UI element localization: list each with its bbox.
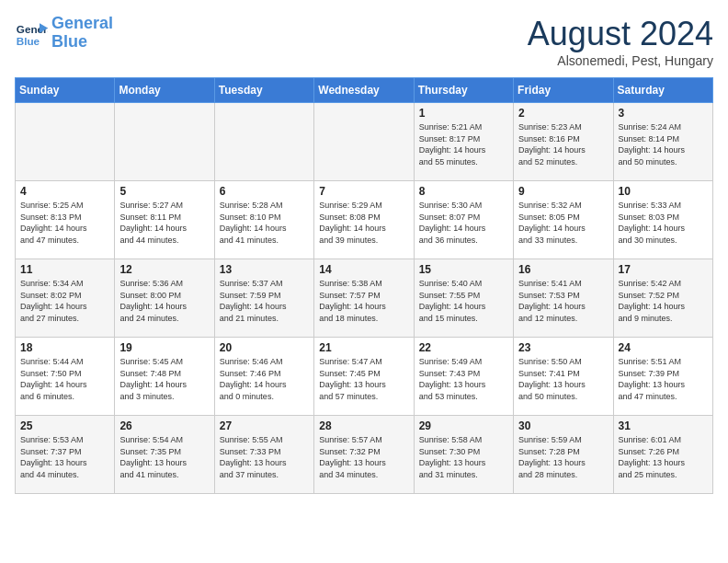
day-number: 4 — [20, 185, 109, 198]
day-info: Sunrise: 5:59 AM Sunset: 7:28 PM Dayligh… — [518, 434, 608, 480]
calendar-cell — [115, 103, 214, 181]
day-info: Sunrise: 5:45 AM Sunset: 7:48 PM Dayligh… — [119, 356, 209, 402]
calendar-cell: 30Sunrise: 5:59 AM Sunset: 7:28 PM Dayli… — [514, 416, 613, 494]
day-number: 27 — [220, 419, 309, 432]
day-number: 18 — [20, 341, 109, 354]
day-number: 12 — [119, 263, 209, 276]
calendar-cell: 21Sunrise: 5:47 AM Sunset: 7:45 PM Dayli… — [314, 338, 414, 416]
logo-text-line1: General — [51, 15, 113, 33]
month-title: August 2024 — [528, 15, 713, 53]
weekday-header-tuesday: Tuesday — [214, 78, 313, 103]
calendar-cell: 12Sunrise: 5:36 AM Sunset: 8:00 PM Dayli… — [115, 259, 214, 338]
calendar-cell: 31Sunrise: 6:01 AM Sunset: 7:26 PM Dayli… — [613, 416, 712, 494]
weekday-header-row: SundayMondayTuesdayWednesdayThursdayFrid… — [16, 78, 713, 103]
day-info: Sunrise: 5:50 AM Sunset: 7:41 PM Dayligh… — [518, 356, 608, 402]
calendar-cell: 23Sunrise: 5:50 AM Sunset: 7:41 PM Dayli… — [514, 338, 613, 416]
weekday-header-wednesday: Wednesday — [314, 78, 414, 103]
day-number: 5 — [119, 185, 209, 198]
day-info: Sunrise: 5:32 AM Sunset: 8:05 PM Dayligh… — [518, 200, 608, 246]
day-info: Sunrise: 5:53 AM Sunset: 7:37 PM Dayligh… — [20, 434, 109, 480]
day-info: Sunrise: 5:28 AM Sunset: 8:10 PM Dayligh… — [220, 200, 309, 246]
day-number: 7 — [319, 185, 408, 198]
day-number: 28 — [319, 419, 408, 432]
calendar-cell: 2Sunrise: 5:23 AM Sunset: 8:16 PM Daylig… — [514, 103, 613, 181]
logo: General Blue General Blue — [15, 15, 113, 52]
day-number: 20 — [220, 341, 309, 354]
day-number: 6 — [220, 185, 309, 198]
day-number: 10 — [619, 185, 708, 198]
day-number: 22 — [419, 341, 508, 354]
day-number: 9 — [518, 185, 608, 198]
day-info: Sunrise: 5:55 AM Sunset: 7:33 PM Dayligh… — [220, 434, 309, 480]
calendar-cell — [214, 103, 313, 181]
day-info: Sunrise: 5:40 AM Sunset: 7:55 PM Dayligh… — [419, 278, 508, 324]
title-block: August 2024 Alsonemedi, Pest, Hungary — [528, 15, 713, 68]
day-info: Sunrise: 5:25 AM Sunset: 8:13 PM Dayligh… — [20, 200, 109, 246]
day-info: Sunrise: 5:38 AM Sunset: 7:57 PM Dayligh… — [319, 278, 408, 324]
calendar-cell: 15Sunrise: 5:40 AM Sunset: 7:55 PM Dayli… — [414, 259, 513, 338]
day-info: Sunrise: 5:27 AM Sunset: 8:11 PM Dayligh… — [119, 200, 209, 246]
weekday-header-thursday: Thursday — [414, 78, 513, 103]
calendar-cell: 27Sunrise: 5:55 AM Sunset: 7:33 PM Dayli… — [214, 416, 313, 494]
calendar-cell: 17Sunrise: 5:42 AM Sunset: 7:52 PM Dayli… — [613, 259, 712, 338]
weekday-header-sunday: Sunday — [16, 78, 115, 103]
calendar-cell: 4Sunrise: 5:25 AM Sunset: 8:13 PM Daylig… — [16, 181, 115, 259]
day-info: Sunrise: 5:41 AM Sunset: 7:53 PM Dayligh… — [518, 278, 608, 324]
calendar-cell: 22Sunrise: 5:49 AM Sunset: 7:43 PM Dayli… — [414, 338, 513, 416]
day-number: 26 — [119, 419, 209, 432]
logo-text-line2: Blue — [51, 33, 113, 52]
calendar-cell: 10Sunrise: 5:33 AM Sunset: 8:03 PM Dayli… — [613, 181, 712, 259]
calendar-cell: 9Sunrise: 5:32 AM Sunset: 8:05 PM Daylig… — [514, 181, 613, 259]
week-row-4: 18Sunrise: 5:44 AM Sunset: 7:50 PM Dayli… — [16, 338, 713, 416]
calendar-cell: 18Sunrise: 5:44 AM Sunset: 7:50 PM Dayli… — [16, 338, 115, 416]
day-number: 8 — [419, 185, 508, 198]
day-number: 13 — [220, 263, 309, 276]
weekday-header-saturday: Saturday — [613, 78, 712, 103]
week-row-2: 4Sunrise: 5:25 AM Sunset: 8:13 PM Daylig… — [16, 181, 713, 259]
calendar-cell: 3Sunrise: 5:24 AM Sunset: 8:14 PM Daylig… — [613, 103, 712, 181]
day-info: Sunrise: 5:51 AM Sunset: 7:39 PM Dayligh… — [619, 356, 708, 402]
day-number: 19 — [119, 341, 209, 354]
svg-text:Blue: Blue — [17, 34, 40, 46]
day-number: 3 — [619, 107, 708, 120]
day-info: Sunrise: 5:57 AM Sunset: 7:32 PM Dayligh… — [319, 434, 408, 480]
day-info: Sunrise: 5:21 AM Sunset: 8:17 PM Dayligh… — [419, 121, 508, 167]
calendar-cell — [314, 103, 414, 181]
location-subtitle: Alsonemedi, Pest, Hungary — [528, 53, 713, 68]
weekday-header-monday: Monday — [115, 78, 214, 103]
day-info: Sunrise: 5:36 AM Sunset: 8:00 PM Dayligh… — [119, 278, 209, 324]
day-number: 30 — [518, 419, 608, 432]
day-info: Sunrise: 5:42 AM Sunset: 7:52 PM Dayligh… — [619, 278, 708, 324]
day-info: Sunrise: 5:23 AM Sunset: 8:16 PM Dayligh… — [518, 121, 608, 167]
calendar-cell: 26Sunrise: 5:54 AM Sunset: 7:35 PM Dayli… — [115, 416, 214, 494]
calendar-cell: 1Sunrise: 5:21 AM Sunset: 8:17 PM Daylig… — [414, 103, 513, 181]
week-row-3: 11Sunrise: 5:34 AM Sunset: 8:02 PM Dayli… — [16, 259, 713, 338]
calendar-table: SundayMondayTuesdayWednesdayThursdayFrid… — [15, 77, 713, 494]
day-number: 17 — [619, 263, 708, 276]
day-number: 23 — [518, 341, 608, 354]
week-row-5: 25Sunrise: 5:53 AM Sunset: 7:37 PM Dayli… — [16, 416, 713, 494]
calendar-cell — [16, 103, 115, 181]
day-number: 11 — [20, 263, 109, 276]
calendar-cell: 20Sunrise: 5:46 AM Sunset: 7:46 PM Dayli… — [214, 338, 313, 416]
calendar-cell: 7Sunrise: 5:29 AM Sunset: 8:08 PM Daylig… — [314, 181, 414, 259]
day-number: 21 — [319, 341, 408, 354]
calendar-cell: 25Sunrise: 5:53 AM Sunset: 7:37 PM Dayli… — [16, 416, 115, 494]
day-number: 14 — [319, 263, 408, 276]
calendar-cell: 13Sunrise: 5:37 AM Sunset: 7:59 PM Dayli… — [214, 259, 313, 338]
day-info: Sunrise: 5:47 AM Sunset: 7:45 PM Dayligh… — [319, 356, 408, 402]
day-info: Sunrise: 6:01 AM Sunset: 7:26 PM Dayligh… — [619, 434, 708, 480]
calendar-cell: 19Sunrise: 5:45 AM Sunset: 7:48 PM Dayli… — [115, 338, 214, 416]
page-header: General Blue General Blue August 2024 Al… — [15, 15, 713, 68]
logo-icon: General Blue — [15, 17, 48, 50]
calendar-cell: 8Sunrise: 5:30 AM Sunset: 8:07 PM Daylig… — [414, 181, 513, 259]
day-info: Sunrise: 5:34 AM Sunset: 8:02 PM Dayligh… — [20, 278, 109, 324]
week-row-1: 1Sunrise: 5:21 AM Sunset: 8:17 PM Daylig… — [16, 103, 713, 181]
day-number: 24 — [619, 341, 708, 354]
calendar-cell: 6Sunrise: 5:28 AM Sunset: 8:10 PM Daylig… — [214, 181, 313, 259]
day-info: Sunrise: 5:30 AM Sunset: 8:07 PM Dayligh… — [419, 200, 508, 246]
day-info: Sunrise: 5:58 AM Sunset: 7:30 PM Dayligh… — [419, 434, 508, 480]
day-info: Sunrise: 5:49 AM Sunset: 7:43 PM Dayligh… — [419, 356, 508, 402]
day-number: 31 — [619, 419, 708, 432]
day-number: 25 — [20, 419, 109, 432]
